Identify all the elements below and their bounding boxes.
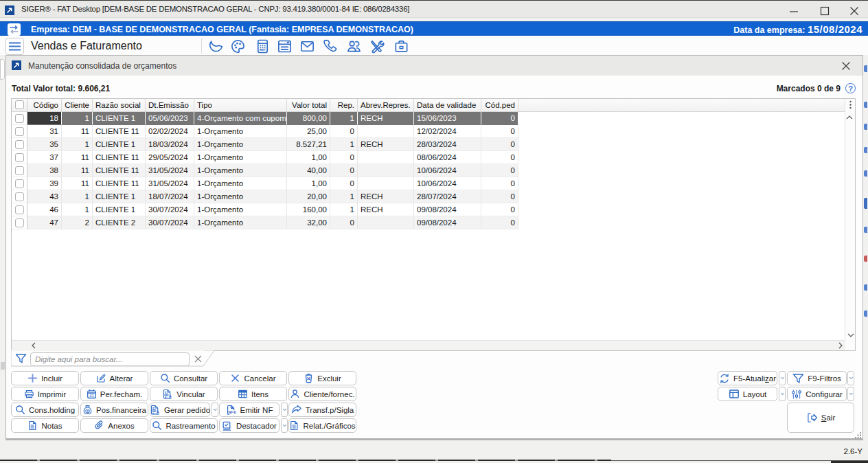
svg-text:31: 31 [89,393,95,398]
svg-text:NF-E: NF-E [228,411,236,414]
